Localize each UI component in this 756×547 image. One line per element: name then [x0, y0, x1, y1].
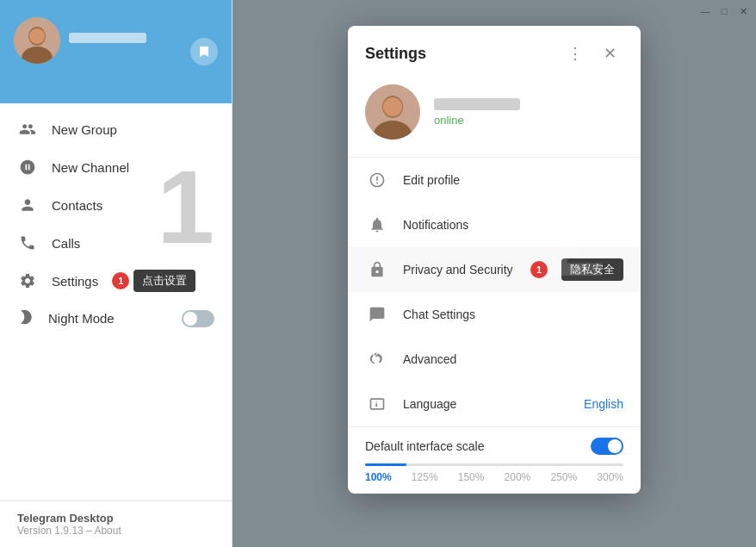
settings-badge: 1	[112, 272, 129, 289]
scale-label: Default interface scale	[365, 439, 485, 453]
night-mode-icon	[17, 308, 34, 328]
app-version: Version 1.9.13 – About	[17, 525, 214, 537]
scale-300[interactable]: 300%	[597, 471, 623, 483]
edit-profile-icon	[365, 168, 389, 192]
scale-progress	[365, 463, 406, 466]
settings-label: Settings	[52, 274, 98, 289]
menu-items: New Group New Channel Contacts	[0, 103, 232, 500]
language-value: English	[584, 397, 623, 411]
sidebar-item-contacts[interactable]: Contacts	[0, 186, 232, 224]
left-panel: — □ ✕	[0, 0, 232, 547]
scale-125[interactable]: 125%	[412, 471, 438, 483]
scale-row: Default interface scale	[365, 438, 623, 455]
modal-overlay[interactable]: Settings ⋮ ✕ online	[232, 0, 756, 547]
new-channel-icon	[17, 157, 38, 177]
scale-150[interactable]: 150%	[458, 471, 485, 483]
modal-profile: online	[348, 74, 641, 158]
svg-point-7	[383, 97, 402, 116]
scale-slider[interactable]	[365, 463, 623, 466]
settings-icon	[17, 270, 38, 291]
settings-modal: Settings ⋮ ✕ online	[348, 26, 641, 494]
modal-item-edit-profile[interactable]: Edit profile	[348, 158, 641, 202]
edit-profile-label: Edit profile	[403, 173, 623, 187]
left-header	[0, 0, 232, 103]
username-bar	[69, 33, 146, 43]
modal-item-advanced[interactable]: Advanced	[348, 337, 641, 382]
privacy-icon	[365, 258, 389, 282]
app-name: Telegram Desktop	[17, 512, 214, 525]
scale-options: 100% 125% 150% 200% 250% 300%	[365, 471, 623, 483]
night-mode-label: Night Mode	[48, 311, 115, 326]
sidebar-item-new-group[interactable]: New Group	[0, 110, 232, 148]
modal-item-language[interactable]: Language English	[348, 382, 641, 426]
left-footer: Telegram Desktop Version 1.9.13 – About	[0, 500, 232, 547]
new-channel-label: New Channel	[52, 160, 129, 175]
svg-point-3	[29, 28, 45, 44]
sidebar-item-night-mode[interactable]: Night Mode	[0, 300, 232, 337]
scale-toggle[interactable]	[591, 438, 623, 455]
modal-more-btn[interactable]: ⋮	[561, 40, 589, 67]
modal-avatar[interactable]	[365, 84, 420, 140]
user-info	[69, 33, 146, 48]
chat-settings-icon	[365, 302, 389, 326]
calls-label: Calls	[52, 236, 80, 251]
modal-item-chat-settings[interactable]: Chat Settings	[348, 292, 641, 337]
settings-tooltip: 点击设置	[133, 270, 195, 292]
privacy-badge: 1	[530, 261, 548, 278]
avatar-area	[14, 17, 218, 64]
language-label: Language	[403, 397, 570, 411]
modal-footer: Default interface scale 100% 125% 150% 2…	[348, 426, 641, 494]
modal-close-btn[interactable]: ✕	[596, 40, 623, 67]
new-group-label: New Group	[52, 122, 117, 137]
calls-icon	[17, 233, 38, 253]
chat-settings-label: Chat Settings	[403, 308, 623, 321]
modal-online-status: online	[434, 114, 520, 127]
modal-header: Settings ⋮ ✕	[348, 26, 641, 74]
night-mode-toggle[interactable]	[182, 310, 214, 327]
privacy-tooltip: 隐私安全	[561, 258, 623, 281]
modal-title: Settings	[365, 45, 555, 63]
right-panel: — □ ✕ Settings ⋮ ✕	[232, 0, 756, 547]
contacts-label: Contacts	[52, 198, 102, 213]
modal-item-privacy-security[interactable]: Privacy and Security 1 隐私安全	[348, 247, 641, 292]
sidebar-item-new-channel[interactable]: New Channel	[0, 148, 232, 186]
scale-250[interactable]: 250%	[550, 471, 577, 483]
bookmark-icon[interactable]	[190, 38, 218, 65]
privacy-label: Privacy and Security	[403, 263, 517, 277]
modal-item-notifications[interactable]: Notifications	[348, 202, 641, 247]
sidebar-item-settings[interactable]: Settings 1 点击设置	[0, 262, 232, 300]
new-group-icon	[17, 119, 38, 140]
language-icon	[365, 392, 389, 416]
avatar[interactable]	[14, 17, 60, 64]
advanced-icon	[365, 347, 389, 371]
scale-100[interactable]: 100%	[365, 471, 392, 483]
advanced-label: Advanced	[403, 352, 623, 366]
notifications-label: Notifications	[403, 218, 623, 232]
sidebar-item-calls[interactable]: Calls	[0, 224, 232, 262]
notifications-icon	[365, 213, 389, 237]
contacts-icon	[17, 195, 38, 215]
modal-username-bar	[434, 98, 520, 110]
modal-user-info: online	[434, 98, 520, 127]
scale-200[interactable]: 200%	[505, 471, 531, 483]
